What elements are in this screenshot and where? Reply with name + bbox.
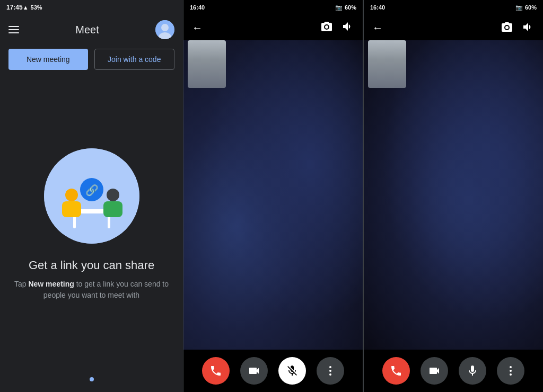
svg-point-15 (329, 373, 331, 376)
svg-point-16 (510, 366, 512, 368)
video-call-panel-2: 16:40 📷 60% ← (363, 0, 543, 392)
status-bar-meet: 17:45 ▲ 53% (0, 0, 183, 15)
meet-illustration-area: 🔗 Get a link you can share Tap New meeti… (0, 78, 183, 371)
illustration-svg: 🔗 (44, 148, 139, 244)
meet-tagline: Get a link you can share (29, 259, 154, 272)
back-button-2[interactable]: ← (372, 22, 383, 34)
status-bar-call2: 16:40 📷 60% (364, 0, 543, 15)
video-call-panel-1: 16:40 📷 60% ← (183, 0, 363, 392)
svg-rect-8 (62, 201, 81, 217)
more-options-icon-2 (504, 364, 517, 377)
back-button-1[interactable]: ← (192, 22, 203, 34)
hamburger-menu[interactable] (8, 26, 19, 33)
mute-button-1[interactable] (278, 357, 306, 385)
meet-description: Tap New meeting to get a link you can se… (11, 279, 172, 301)
status-icons-meet: ▲ 53% (23, 4, 42, 11)
video-toggle-icon-2 (428, 364, 441, 377)
volume-button-1[interactable] (341, 20, 354, 35)
camera-flip-icon-2 (501, 21, 513, 33)
svg-point-13 (329, 366, 331, 368)
camera-flip-button-2[interactable] (501, 21, 513, 35)
video-toggle-button-2[interactable] (421, 357, 448, 385)
join-with-code-button[interactable]: Join with a code (94, 49, 175, 70)
meet-home-panel: 17:45 ▲ 53% Meet New meeting Join with a… (0, 0, 183, 392)
mic-icon-2 (466, 364, 479, 377)
svg-point-7 (65, 189, 78, 201)
meet-action-buttons: New meeting Join with a code (0, 44, 183, 78)
more-options-button-2[interactable] (497, 357, 524, 385)
mic-button-2[interactable] (459, 357, 486, 385)
call-controls-1 (183, 350, 363, 392)
svg-point-18 (510, 373, 512, 376)
meet-toolbar: Meet (0, 15, 183, 44)
more-options-button-1[interactable] (317, 357, 344, 385)
svg-point-1 (161, 24, 169, 31)
mute-icon-1 (286, 364, 299, 377)
battery-meet: 53% (31, 4, 42, 11)
svg-point-14 (329, 370, 331, 372)
volume-icon-2 (522, 21, 535, 33)
video-toggle-button-1[interactable] (240, 357, 268, 385)
time-call1: 16:40 (190, 4, 205, 11)
video-toggle-icon-1 (248, 364, 260, 377)
video-thumbnail-2 (368, 40, 406, 88)
thumbnail-face-1 (188, 40, 226, 88)
svg-point-17 (510, 370, 512, 372)
avatar-image (155, 20, 174, 39)
camera-flip-button-1[interactable] (320, 20, 333, 35)
user-avatar[interactable] (155, 20, 174, 39)
status-icons-call2: 📷 60% (515, 4, 537, 11)
signal-icon: ▲ (23, 4, 29, 11)
time-meet: 17:45 (6, 4, 23, 11)
more-options-icon-1 (324, 364, 337, 377)
call-toolbar-2: ← (364, 15, 543, 40)
call-toolbar-1: ← (183, 15, 363, 40)
call-video-area-1 (183, 40, 363, 350)
end-call-button-2[interactable] (382, 357, 410, 385)
video-icon-status2: 📷 (515, 4, 523, 11)
battery-call2: 60% (525, 4, 537, 11)
svg-rect-10 (103, 201, 122, 217)
end-call-icon-1 (209, 364, 222, 377)
volume-button-2[interactable] (522, 21, 535, 35)
thumbnail-face-2 (368, 40, 406, 88)
page-indicator (0, 371, 183, 392)
battery-call1: 60% (345, 4, 356, 11)
end-call-icon-2 (390, 364, 402, 377)
svg-point-9 (107, 189, 119, 201)
meet-app-title: Meet (28, 24, 147, 36)
meet-description-bold: New meeting (28, 280, 74, 288)
call-video-area-2 (364, 40, 543, 350)
video-icon-status: 📷 (335, 4, 343, 11)
new-meeting-button[interactable]: New meeting (8, 49, 88, 70)
video-thumbnail-1 (188, 40, 226, 88)
camera-flip-icon-1 (320, 20, 333, 33)
status-bar-call1: 16:40 📷 60% (183, 0, 363, 15)
end-call-button-1[interactable] (202, 357, 230, 385)
call-controls-2 (364, 350, 543, 392)
status-icons-call1: 📷 60% (335, 4, 356, 11)
svg-text:🔗: 🔗 (85, 184, 98, 197)
volume-icon-1 (341, 20, 354, 33)
page-dot (90, 377, 94, 381)
time-call2: 16:40 (370, 4, 385, 11)
illustration-circle: 🔗 (44, 148, 139, 244)
